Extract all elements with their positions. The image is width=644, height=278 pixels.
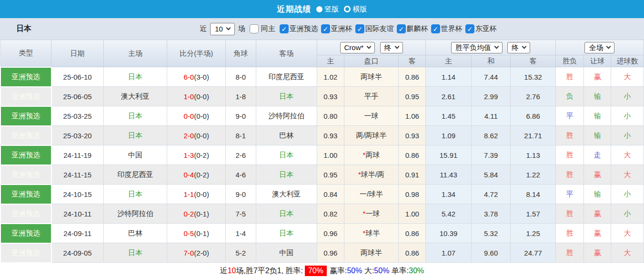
avg-draw-odds-cell: 2.99 <box>472 87 511 106</box>
title-bar: 近期战绩 竖版 横版 <box>0 0 644 18</box>
checkbox-icon[interactable]: ✓ <box>355 24 364 33</box>
odds-time-value: 终 <box>512 43 519 52</box>
away-team-cell: 日本 <box>256 224 317 243</box>
results-table: 类型 日期 主场 比分(半场) 角球 客场 Crow* 终 胜平负均值 <box>0 40 644 263</box>
away-team-cell: 中国 <box>256 243 317 263</box>
match-result-cell: 胜 <box>555 145 584 165</box>
handicap-away-odds-cell: 0.86 <box>399 243 426 263</box>
table-row: 亚洲预选24-10-11沙特阿拉伯0-2(0-1)7-5日本0.82*一球1.0… <box>0 204 644 224</box>
summary-segment: 场,胜7平2负1, 胜率: <box>236 266 302 276</box>
checkbox-icon[interactable]: ✓ <box>465 24 474 33</box>
avg-home-odds-cell: 1.07 <box>426 243 472 263</box>
handicap-home-odds-cell: 0.80 <box>317 106 344 126</box>
handicap-time-dropdown[interactable]: 终 <box>380 42 403 53</box>
same-host-label[interactable]: 同主 <box>261 24 275 33</box>
date-cell: 25-03-20 <box>51 126 103 145</box>
score-cell: 6-0(3-0) <box>167 67 226 87</box>
match-result-cell: 胜 <box>555 243 584 263</box>
competition-label[interactable]: 国际友谊 <box>365 24 394 33</box>
avg-home-odds-cell: 5.42 <box>426 204 472 224</box>
date-cell: 25-06-05 <box>51 87 103 106</box>
score-cell: 0-5(0-1) <box>167 224 226 243</box>
handicap-away-odds-cell: 0.86 <box>399 145 426 165</box>
handicap-line-cell: 两球半 <box>344 243 399 263</box>
away-team-cell: 印度尼西亚 <box>256 67 317 87</box>
avg-draw-odds-cell: 8.62 <box>472 126 511 145</box>
half-score: (0-0) <box>194 112 209 120</box>
handicap-away-odds-cell: 1.00 <box>399 204 426 224</box>
half-score: (0-1) <box>194 229 209 237</box>
star-mark: * <box>358 170 361 178</box>
checkbox-icon[interactable]: ✓ <box>431 24 440 33</box>
match-type-cell: 亚洲预选 <box>0 87 51 106</box>
handicap-away-odds-cell: 0.95 <box>399 87 426 106</box>
recent-count-select[interactable]: 10 <box>210 23 235 35</box>
team-name: 日本 <box>16 24 31 34</box>
handicap-away-odds-cell: 0.86 <box>399 67 426 87</box>
layout-radio-vertical[interactable]: 竖版 <box>316 5 339 14</box>
match-type-cell: 亚洲预选 <box>0 145 51 165</box>
odds-type-dropdown[interactable]: 胜平负均值 <box>451 42 503 53</box>
filter-controls: 近 10 场 同主 ✓亚洲预选✓亚洲杯✓国际友谊✓麒麟杯✓世界杯✓东亚杯 <box>200 23 497 35</box>
checkbox-icon[interactable]: ✓ <box>397 24 406 33</box>
competition-filters: ✓亚洲预选✓亚洲杯✓国际友谊✓麒麟杯✓世界杯✓东亚杯 <box>277 24 497 33</box>
goals-result-cell: 大 <box>611 165 644 185</box>
scope-dropdown[interactable]: 全场 <box>584 42 614 53</box>
home-team-cell: 沙特阿拉伯 <box>103 204 167 224</box>
results-body: 亚洲预选25-06-10日本6-0(3-0)8-0印度尼西亚1.02两球半0.8… <box>0 67 644 263</box>
summary-segment: 50% <box>374 267 389 275</box>
home-team-cell: 印度尼西亚 <box>103 165 167 185</box>
chevron-down-icon <box>606 44 611 49</box>
radio-selected-icon[interactable] <box>316 6 322 12</box>
col-handicap-result: 让球 <box>584 55 611 67</box>
checkbox-icon[interactable]: ✓ <box>321 24 330 33</box>
avg-home-odds-cell: 1.09 <box>426 126 472 145</box>
date-cell: 25-03-25 <box>51 106 103 126</box>
recent-count-value: 10 <box>215 25 223 33</box>
bookmaker-dropdown[interactable]: Crow* <box>340 42 375 53</box>
competition-label[interactable]: 亚洲杯 <box>331 24 352 33</box>
competition-label[interactable]: 世界杯 <box>441 24 463 33</box>
handicap-result-cell: 输 <box>584 106 611 126</box>
handicap-line-cell: 两球半 <box>344 67 399 87</box>
competition-label[interactable]: 东亚杯 <box>475 24 497 33</box>
handicap-result-cell: 输 <box>584 87 611 106</box>
odds-time-dropdown[interactable]: 终 <box>507 42 530 53</box>
corner-cell: 2-6 <box>226 145 256 165</box>
layout-radio-vertical-label[interactable]: 竖版 <box>325 5 339 14</box>
full-score: 7-0 <box>184 249 194 257</box>
home-team-cell: 中国 <box>103 145 167 165</box>
score-cell: 0-4(0-2) <box>167 165 226 185</box>
full-score: 1-0 <box>184 93 194 101</box>
chevron-down-icon <box>522 44 527 49</box>
chevron-down-icon <box>226 26 231 31</box>
same-host-checkbox[interactable] <box>250 24 259 33</box>
goals-result-cell: 大 <box>611 67 644 87</box>
star-mark: * <box>363 229 366 237</box>
date-cell: 24-11-19 <box>51 145 103 165</box>
layout-radio-horizontal[interactable]: 横版 <box>344 5 367 14</box>
star-mark: * <box>363 209 366 217</box>
summary-segment: 大: <box>362 266 374 276</box>
summary-line: 近10场,胜7平2负1, 胜率:70%赢率:50% 大:50% 单率:30% <box>0 263 644 278</box>
home-team-cell: 日本 <box>103 185 167 204</box>
score-cell: 1-3(0-2) <box>167 145 226 165</box>
score-cell: 0-2(0-1) <box>167 204 226 224</box>
full-score: 1-3 <box>184 151 194 159</box>
match-result-cell: 胜 <box>555 224 584 243</box>
competition-label[interactable]: 亚洲预选 <box>290 24 318 33</box>
match-type-cell: 亚洲预选 <box>0 126 51 145</box>
match-type-cell: 亚洲预选 <box>0 224 51 243</box>
competition-label[interactable]: 麒麟杯 <box>407 24 428 33</box>
layout-radio-horizontal-label[interactable]: 横版 <box>353 5 367 14</box>
radio-unselected-icon[interactable] <box>344 6 351 12</box>
half-score: (0-0) <box>194 190 209 198</box>
score-cell: 1-0(0-0) <box>167 87 226 106</box>
corner-cell: 1-4 <box>226 224 256 243</box>
avg-draw-odds-cell: 5.32 <box>472 224 511 243</box>
avg-home-odds-cell: 1.45 <box>426 106 472 126</box>
corner-cell: 9-0 <box>226 106 256 126</box>
table-row: 亚洲预选25-06-05澳大利亚1-0(0-0)1-8日本0.93平手0.952… <box>0 87 644 106</box>
checkbox-icon[interactable]: ✓ <box>280 24 289 33</box>
handicap-home-odds-cell: 1.02 <box>317 67 344 87</box>
